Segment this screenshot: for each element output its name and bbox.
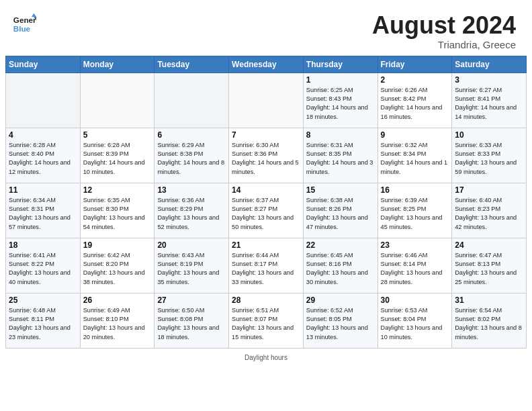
day-cell: 14Sunrise: 6:37 AM Sunset: 8:27 PM Dayli…	[229, 183, 304, 238]
weekday-saturday: Saturday	[452, 56, 527, 73]
day-cell	[229, 73, 304, 128]
day-info: Sunrise: 6:53 AM Sunset: 8:04 PM Dayligh…	[381, 306, 449, 342]
day-info: Sunrise: 6:45 AM Sunset: 8:16 PM Dayligh…	[306, 251, 375, 287]
day-cell: 26Sunrise: 6:49 AM Sunset: 8:10 PM Dayli…	[80, 293, 154, 348]
day-number: 28	[232, 295, 300, 305]
day-info: Sunrise: 6:25 AM Sunset: 8:43 PM Dayligh…	[306, 86, 375, 122]
day-info: Sunrise: 6:44 AM Sunset: 8:17 PM Dayligh…	[232, 251, 300, 287]
day-cell: 18Sunrise: 6:41 AM Sunset: 8:22 PM Dayli…	[6, 238, 81, 293]
day-number: 21	[232, 240, 300, 250]
day-number: 25	[9, 295, 77, 305]
day-info: Sunrise: 6:34 AM Sunset: 8:31 PM Dayligh…	[9, 196, 77, 232]
day-number: 7	[232, 130, 300, 140]
day-cell: 9Sunrise: 6:32 AM Sunset: 8:34 PM Daylig…	[378, 128, 452, 183]
day-info: Sunrise: 6:46 AM Sunset: 8:14 PM Dayligh…	[381, 251, 449, 287]
day-cell: 4Sunrise: 6:28 AM Sunset: 8:40 PM Daylig…	[6, 128, 81, 183]
calendar: SundayMondayTuesdayWednesdayThursdayFrid…	[0, 56, 532, 353]
day-number: 8	[306, 130, 375, 140]
day-cell: 8Sunrise: 6:31 AM Sunset: 8:35 PM Daylig…	[303, 128, 378, 183]
calendar-table: SundayMondayTuesdayWednesdayThursdayFrid…	[5, 56, 527, 349]
calendar-body: 1Sunrise: 6:25 AM Sunset: 8:43 PM Daylig…	[6, 73, 527, 348]
day-cell: 15Sunrise: 6:38 AM Sunset: 8:26 PM Dayli…	[303, 183, 378, 238]
day-cell	[6, 73, 81, 128]
day-cell: 23Sunrise: 6:46 AM Sunset: 8:14 PM Dayli…	[378, 238, 452, 293]
day-number: 19	[83, 240, 152, 250]
day-cell: 12Sunrise: 6:35 AM Sunset: 8:30 PM Dayli…	[80, 183, 154, 238]
day-cell: 28Sunrise: 6:51 AM Sunset: 8:07 PM Dayli…	[229, 293, 304, 348]
day-info: Sunrise: 6:27 AM Sunset: 8:41 PM Dayligh…	[455, 86, 523, 122]
weekday-wednesday: Wednesday	[229, 56, 304, 73]
day-cell	[80, 73, 154, 128]
location: Triandria, Greece	[372, 39, 516, 50]
month-title: August 2024	[372, 12, 516, 39]
day-number: 16	[381, 185, 449, 195]
day-cell: 11Sunrise: 6:34 AM Sunset: 8:31 PM Dayli…	[6, 183, 81, 238]
day-cell: 13Sunrise: 6:36 AM Sunset: 8:29 PM Dayli…	[154, 183, 229, 238]
day-info: Sunrise: 6:42 AM Sunset: 8:20 PM Dayligh…	[83, 251, 152, 287]
day-number: 3	[455, 75, 523, 85]
day-number: 23	[381, 240, 449, 250]
day-cell: 24Sunrise: 6:47 AM Sunset: 8:13 PM Dayli…	[452, 238, 527, 293]
day-info: Sunrise: 6:28 AM Sunset: 8:40 PM Dayligh…	[9, 141, 77, 177]
day-cell: 29Sunrise: 6:52 AM Sunset: 8:05 PM Dayli…	[303, 293, 378, 348]
day-cell: 17Sunrise: 6:40 AM Sunset: 8:23 PM Dayli…	[452, 183, 527, 238]
day-cell: 21Sunrise: 6:44 AM Sunset: 8:17 PM Dayli…	[229, 238, 304, 293]
week-row-4: 25Sunrise: 6:48 AM Sunset: 8:11 PM Dayli…	[6, 293, 527, 348]
weekday-thursday: Thursday	[303, 56, 378, 73]
day-cell: 6Sunrise: 6:29 AM Sunset: 8:38 PM Daylig…	[154, 128, 229, 183]
day-number: 13	[157, 185, 226, 195]
day-number: 4	[9, 130, 77, 140]
day-number: 11	[9, 185, 77, 195]
weekday-header: SundayMondayTuesdayWednesdayThursdayFrid…	[6, 56, 527, 73]
day-info: Sunrise: 6:31 AM Sunset: 8:35 PM Dayligh…	[306, 141, 375, 177]
svg-text:Blue: Blue	[13, 24, 31, 33]
day-number: 24	[455, 240, 523, 250]
week-row-1: 4Sunrise: 6:28 AM Sunset: 8:40 PM Daylig…	[6, 128, 527, 183]
day-number: 5	[83, 130, 152, 140]
day-cell: 10Sunrise: 6:33 AM Sunset: 8:33 PM Dayli…	[452, 128, 527, 183]
day-info: Sunrise: 6:50 AM Sunset: 8:08 PM Dayligh…	[157, 306, 226, 342]
day-info: Sunrise: 6:40 AM Sunset: 8:23 PM Dayligh…	[455, 196, 523, 232]
day-number: 27	[157, 295, 226, 305]
day-info: Sunrise: 6:26 AM Sunset: 8:42 PM Dayligh…	[381, 86, 449, 122]
day-number: 31	[455, 295, 523, 305]
day-number: 12	[83, 185, 152, 195]
day-info: Sunrise: 6:54 AM Sunset: 8:02 PM Dayligh…	[455, 306, 523, 342]
day-info: Sunrise: 6:39 AM Sunset: 8:25 PM Dayligh…	[381, 196, 449, 232]
day-cell: 19Sunrise: 6:42 AM Sunset: 8:20 PM Dayli…	[80, 238, 154, 293]
day-info: Sunrise: 6:47 AM Sunset: 8:13 PM Dayligh…	[455, 251, 523, 287]
day-number: 2	[381, 75, 449, 85]
day-cell: 2Sunrise: 6:26 AM Sunset: 8:42 PM Daylig…	[378, 73, 452, 128]
day-info: Sunrise: 6:36 AM Sunset: 8:29 PM Dayligh…	[157, 196, 226, 232]
day-info: Sunrise: 6:33 AM Sunset: 8:33 PM Dayligh…	[455, 141, 523, 177]
day-cell: 5Sunrise: 6:28 AM Sunset: 8:39 PM Daylig…	[80, 128, 154, 183]
day-info: Sunrise: 6:49 AM Sunset: 8:10 PM Dayligh…	[83, 306, 152, 342]
day-cell: 16Sunrise: 6:39 AM Sunset: 8:25 PM Dayli…	[378, 183, 452, 238]
day-cell: 27Sunrise: 6:50 AM Sunset: 8:08 PM Dayli…	[154, 293, 229, 348]
day-cell: 25Sunrise: 6:48 AM Sunset: 8:11 PM Dayli…	[6, 293, 81, 348]
week-row-0: 1Sunrise: 6:25 AM Sunset: 8:43 PM Daylig…	[6, 73, 527, 128]
day-number: 22	[306, 240, 375, 250]
day-cell: 22Sunrise: 6:45 AM Sunset: 8:16 PM Dayli…	[303, 238, 378, 293]
day-info: Sunrise: 6:29 AM Sunset: 8:38 PM Dayligh…	[157, 141, 226, 177]
day-info: Sunrise: 6:30 AM Sunset: 8:36 PM Dayligh…	[232, 141, 300, 177]
day-cell: 30Sunrise: 6:53 AM Sunset: 8:04 PM Dayli…	[378, 293, 452, 348]
weekday-tuesday: Tuesday	[154, 56, 229, 73]
day-cell: 31Sunrise: 6:54 AM Sunset: 8:02 PM Dayli…	[452, 293, 527, 348]
weekday-friday: Friday	[378, 56, 452, 73]
title-block: August 2024 Triandria, Greece	[372, 12, 516, 50]
day-number: 15	[306, 185, 375, 195]
week-row-2: 11Sunrise: 6:34 AM Sunset: 8:31 PM Dayli…	[6, 183, 527, 238]
day-info: Sunrise: 6:35 AM Sunset: 8:30 PM Dayligh…	[83, 196, 152, 232]
day-number: 14	[232, 185, 300, 195]
day-number: 9	[381, 130, 449, 140]
weekday-monday: Monday	[80, 56, 154, 73]
day-number: 10	[455, 130, 523, 140]
day-info: Sunrise: 6:51 AM Sunset: 8:07 PM Dayligh…	[232, 306, 300, 342]
day-number: 1	[306, 75, 375, 85]
day-number: 30	[381, 295, 449, 305]
logo-icon: General Blue	[12, 12, 36, 36]
day-info: Sunrise: 6:48 AM Sunset: 8:11 PM Dayligh…	[9, 306, 77, 342]
day-cell: 1Sunrise: 6:25 AM Sunset: 8:43 PM Daylig…	[303, 73, 378, 128]
logo: General Blue	[12, 12, 36, 36]
